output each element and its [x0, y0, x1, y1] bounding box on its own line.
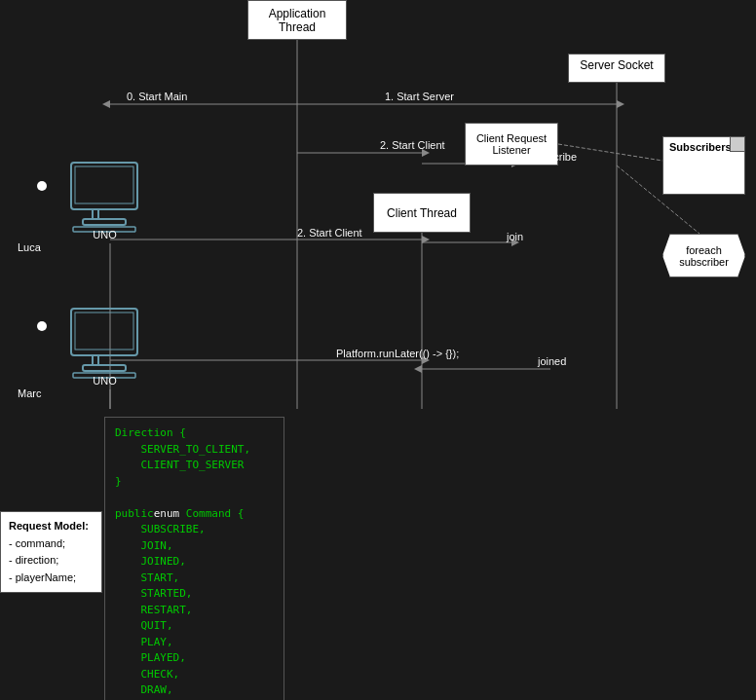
code-line-10: START,	[115, 571, 274, 587]
foreach-label: foreach subscriber	[679, 244, 729, 268]
subscribers-box: Subscribers	[662, 136, 745, 195]
start-client-2-label: 2. Start Client	[297, 227, 362, 239]
marc-label: UNO	[63, 375, 146, 387]
code-block: Direction { SERVER_TO_CLIENT, CLIENT_TO_…	[104, 417, 284, 700]
client-thread-box: Client Thread	[373, 193, 471, 233]
luca-label: UNO	[63, 229, 146, 240]
luca-computer: UNO	[63, 161, 146, 240]
subscribe-label: subscribe	[531, 151, 577, 163]
join-label: join	[507, 231, 523, 242]
joined-label: joined	[538, 355, 566, 367]
svg-rect-24	[75, 166, 133, 203]
code-line-17: DRAW,	[115, 682, 274, 699]
request-model-box: Request Model: - command; - direction; -…	[0, 511, 102, 593]
luca-dot	[37, 181, 47, 191]
code-line-4: }	[115, 474, 274, 491]
request-model-field-3: - playerName;	[9, 570, 94, 587]
code-line-9: JOINED,	[115, 554, 274, 571]
marc-dot	[37, 321, 47, 331]
request-model-field-1: - command;	[9, 535, 94, 553]
code-line-15: PLAYED,	[115, 650, 274, 667]
code-line-14: PLAY,	[115, 635, 274, 651]
svg-rect-25	[93, 209, 98, 219]
start-server-label: 1. Start Server	[385, 91, 454, 102]
code-line-6: publicenum Command {	[115, 506, 274, 523]
diagram: Application Thread Server Socket Client …	[0, 0, 756, 700]
code-line-8: JOIN,	[115, 538, 274, 555]
code-line-16: CHECK,	[115, 667, 274, 683]
request-model-field-2: - direction;	[9, 552, 94, 570]
code-line-5	[115, 490, 274, 506]
foreach-box: foreach subscriber	[662, 234, 745, 277]
svg-marker-8	[617, 100, 624, 108]
svg-rect-29	[75, 313, 133, 350]
svg-rect-30	[93, 355, 98, 365]
luca-name: Luca	[18, 241, 41, 253]
svg-marker-6	[102, 100, 110, 108]
svg-rect-28	[71, 309, 137, 355]
svg-rect-31	[83, 365, 126, 371]
code-line-7: SUBSCRIBE,	[115, 522, 274, 538]
platform-run-later-label: Platform.runLater(() -> {});	[336, 348, 459, 359]
request-model-title: Request Model:	[9, 518, 94, 535]
code-line-13: QUIT,	[115, 618, 274, 635]
svg-marker-16	[422, 236, 430, 243]
svg-marker-20	[414, 365, 422, 373]
code-line-12: RESTART,	[115, 603, 274, 619]
marc-computer: UNO	[63, 307, 146, 387]
svg-rect-23	[71, 163, 137, 209]
start-client-1-label: 2. Start Client	[380, 139, 445, 151]
server-socket-box: Server Socket	[568, 54, 665, 83]
code-line-3: CLIENT_TO_SERVER	[115, 458, 274, 474]
subscribers-label: Subscribers	[663, 137, 744, 157]
start-main-label: 0. Start Main	[127, 91, 187, 102]
code-line-2: SERVER_TO_CLIENT,	[115, 442, 274, 459]
application-thread-box: Application Thread	[247, 0, 347, 40]
svg-rect-26	[83, 219, 126, 225]
code-line-11: STARTED,	[115, 586, 274, 603]
code-line-1: Direction {	[115, 425, 274, 442]
marc-name: Marc	[18, 387, 41, 399]
